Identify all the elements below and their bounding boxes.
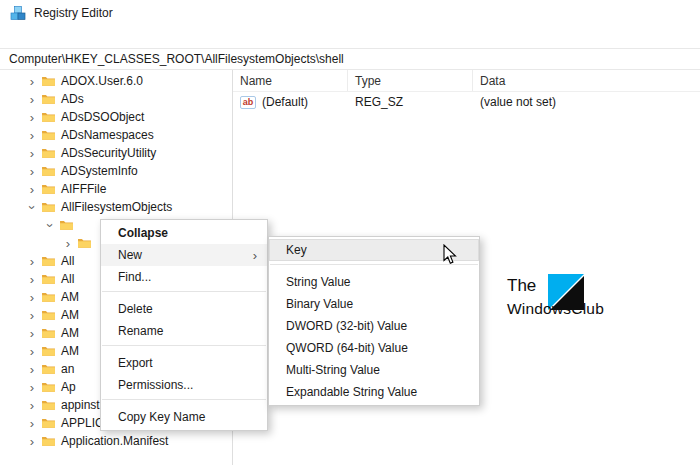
context-menu-item[interactable]: › [101,399,267,406]
chevron-icon[interactable] [26,272,38,287]
folder-icon [41,309,56,321]
tree-item[interactable]: AIFFFile [0,180,232,198]
chevron-icon[interactable] [26,344,38,359]
submenu-item[interactable]: Binary Value › [269,293,479,315]
chevron-icon[interactable] [25,201,40,213]
menu-item-label: Rename [118,324,163,338]
chevron-icon[interactable] [26,146,38,161]
context-menu-item[interactable]: Permissions... › [101,374,267,396]
tree-item[interactable]: Application.Manifest [0,432,232,450]
chevron-icon[interactable] [26,164,38,179]
folder-icon [41,381,56,393]
submenu-item-label: String Value [286,275,350,289]
submenu-item[interactable]: › [269,264,479,271]
submenu-item[interactable]: Expandable String Value › [269,381,479,403]
folder-icon [41,255,56,267]
menu-item-label: New [118,248,142,262]
context-menu-item[interactable]: Collapse › [101,222,267,244]
context-menu-item[interactable]: Rename › [101,320,267,342]
chevron-icon[interactable] [26,326,38,341]
chevron-icon[interactable] [26,398,38,413]
menubar-item[interactable] [58,35,76,39]
folder-icon [41,129,56,141]
tree-item[interactable]: ADSystemInfo [0,162,232,180]
context-menu-item[interactable]: › [101,291,267,298]
folder-icon [41,399,56,411]
twc-the-text: The [507,272,536,296]
chevron-icon[interactable] [26,182,38,197]
menu-item-label: Copy Key Name [118,410,205,424]
folder-icon [41,417,56,429]
twc-windowsclub-text: WindowsClub [507,300,619,318]
folder-icon [41,273,56,285]
chevron-icon[interactable] [26,254,38,269]
tree-item[interactable]: ADOX.User.6.0 [0,72,232,90]
submenu-item[interactable]: Multi-String Value › [269,359,479,381]
twc-watermark: The WindowsClub [507,272,619,318]
folder-icon [41,363,56,375]
chevron-icon[interactable] [26,128,38,143]
chevron-icon[interactable] [26,416,38,431]
mouse-cursor [443,244,457,265]
folder-icon [41,201,56,213]
chevron-icon[interactable] [26,290,38,305]
context-menu-item[interactable]: Delete › [101,298,267,320]
chevron-icon[interactable] [26,110,38,125]
folder-icon [59,219,74,231]
tree-item[interactable]: ADsSecurityUtility [0,144,232,162]
chevron-icon[interactable] [26,380,38,395]
chevron-icon[interactable] [26,308,38,323]
submenu-item-label: Expandable String Value [286,385,417,399]
tree-item[interactable]: ADsNamespaces [0,126,232,144]
tree-item-label: ADs [59,92,84,106]
context-menu-item[interactable]: Export › [101,352,267,374]
tree-item-label: ADsDSOObject [59,110,144,124]
chevron-icon[interactable] [43,219,58,231]
tree-item[interactable]: ADsDSOObject [0,108,232,126]
context-menu-item[interactable]: › [101,345,267,352]
submenu-item[interactable]: String Value › [269,271,479,293]
context-menu-item[interactable]: Copy Key Name › [101,406,267,428]
tree-item[interactable]: ADs [0,90,232,108]
tree-item-label: All [59,272,74,286]
tree-item-label: AIFFFile [59,182,106,196]
value-name: (Default) [262,95,308,109]
tree-item-label: ADSystemInfo [59,164,138,178]
menu-item-label: Permissions... [118,378,193,392]
tree-item-label: Application.Manifest [59,434,168,448]
tree-item-label: ADsNamespaces [59,128,154,142]
folder-icon [41,327,56,339]
menubar-item[interactable] [22,35,40,39]
value-type: REG_SZ [348,95,473,109]
submenu-item-label: Binary Value [286,297,353,311]
value-row[interactable]: ab (Default) REG_SZ (value not set) [233,92,700,112]
menubar-item[interactable] [40,35,58,39]
submenu-item[interactable]: QWORD (64-bit) Value › [269,337,479,359]
folder-icon [41,75,56,87]
menubar [0,26,700,48]
menubar-item[interactable] [4,35,22,39]
chevron-icon[interactable] [26,74,38,89]
column-header-type[interactable]: Type [348,70,473,91]
tree-item[interactable]: AllFilesystemObjects [0,198,232,216]
window-title: Registry Editor [34,6,113,20]
folder-icon [41,435,56,447]
column-header-name[interactable]: Name [233,70,348,91]
submenu-item-label: Multi-String Value [286,363,380,377]
chevron-icon[interactable] [26,362,38,377]
column-header-data[interactable]: Data [473,70,700,91]
chevron-icon[interactable] [26,434,38,449]
menu-item-label: Delete [118,302,153,316]
chevron-icon[interactable] [62,236,74,251]
menubar-item[interactable] [76,35,94,39]
tree-item-label: Ap [59,380,76,394]
folder-icon [41,183,56,195]
context-menu-item[interactable]: New › [101,244,267,266]
submenu-item[interactable]: DWORD (32-bit) Value › [269,315,479,337]
folder-icon [41,165,56,177]
chevron-icon[interactable] [26,92,38,107]
folder-icon [77,237,92,249]
context-menu-item[interactable]: Find... › [101,266,267,288]
address-bar[interactable]: Computer\HKEY_CLASSES_ROOT\AllFilesystem… [0,48,700,70]
tree-item-label: All [59,254,74,268]
